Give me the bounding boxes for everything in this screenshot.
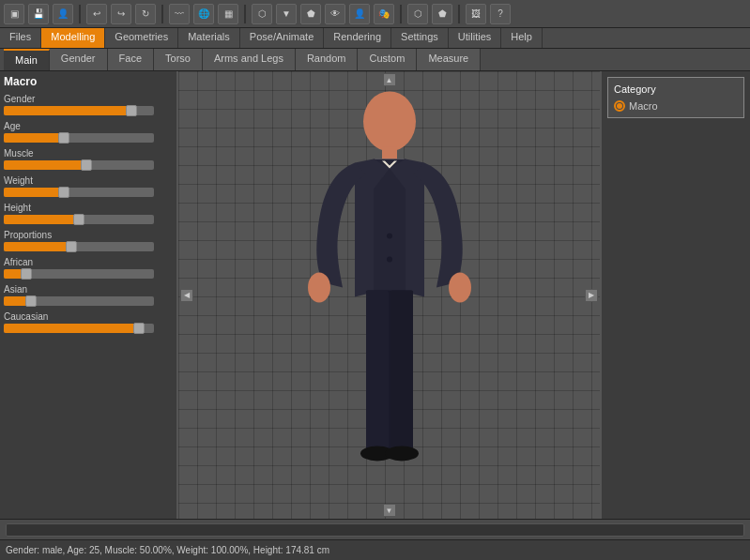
tool-icon-shape2[interactable]: ⬟ <box>432 4 452 24</box>
slider-group-height: Height <box>4 203 173 224</box>
tab-custom[interactable]: Custom <box>358 49 417 70</box>
sliders-container: GenderAgeMuscleWeightHeightProportionsAf… <box>4 94 173 333</box>
slider-group-asian: Asian <box>4 284 173 306</box>
grid-background: ◀ ▶ ▲ ▼ <box>178 71 600 519</box>
tool-icon-pose1[interactable]: ⬡ <box>252 4 272 24</box>
menu-help[interactable]: Help <box>501 28 543 48</box>
slider-thumb-gender[interactable] <box>126 105 137 116</box>
slider-thumb-caucasian[interactable] <box>133 323 145 334</box>
viewport-arrow-bottom[interactable]: ▼ <box>383 504 396 517</box>
menu-geometries[interactable]: Geometries <box>105 28 178 48</box>
radio-macro-label: Macro <box>629 100 658 112</box>
slider-track-height[interactable] <box>4 215 154 224</box>
main-area: Macro GenderAgeMuscleWeightHeightProport… <box>0 71 750 519</box>
slider-label-age: Age <box>4 121 173 131</box>
slider-fill-weight <box>4 188 64 197</box>
viewport-arrow-top[interactable]: ▲ <box>383 73 396 86</box>
tool-icon-window[interactable]: ▣ <box>4 4 24 24</box>
toolbar-separator-3 <box>244 5 246 23</box>
tool-icon-pose2[interactable]: ▼ <box>276 4 297 24</box>
tool-icon-mask[interactable]: 🎭 <box>374 4 394 24</box>
slider-thumb-weight[interactable] <box>58 187 69 198</box>
tab-face[interactable]: Face <box>108 49 154 70</box>
progress-bar <box>6 523 744 537</box>
svg-point-9 <box>308 272 330 302</box>
slider-group-age: Age <box>4 121 173 143</box>
toolbar-separator-2 <box>161 5 163 23</box>
slider-label-asian: Asian <box>4 284 173 295</box>
slider-fill-gender <box>4 106 131 115</box>
tool-icon-save[interactable]: 💾 <box>28 4 49 24</box>
menu-pose-animate[interactable]: Pose/Animate <box>240 28 324 48</box>
left-panel: Macro GenderAgeMuscleWeightHeightProport… <box>0 71 178 519</box>
toolbar-separator-5 <box>458 5 460 23</box>
category-title: Category <box>614 83 738 95</box>
slider-label-african: African <box>4 257 173 267</box>
slider-track-age[interactable] <box>4 133 154 143</box>
slider-track-asian[interactable] <box>4 296 154 306</box>
tab-measure[interactable]: Measure <box>417 49 481 70</box>
slider-thumb-asian[interactable] <box>25 295 37 307</box>
slider-fill-height <box>4 215 79 224</box>
viewport[interactable]: ◀ ▶ ▲ ▼ <box>178 71 600 519</box>
tool-icon-person1[interactable]: 👤 <box>349 4 370 24</box>
tool-icon-frame[interactable]: 🖼 <box>466 4 486 24</box>
slider-thumb-age[interactable] <box>58 132 69 144</box>
tab-arms-legs[interactable]: Arms and Legs <box>203 49 296 70</box>
svg-point-0 <box>363 91 416 151</box>
statusbar: Gender: male, Age: 25, Muscle: 50.00%, W… <box>0 539 750 560</box>
tool-icon-undo[interactable]: ↩ <box>86 4 107 24</box>
tab-gender[interactable]: Gender <box>50 49 108 70</box>
svg-rect-12 <box>366 290 389 449</box>
viewport-arrow-left[interactable]: ◀ <box>180 289 193 302</box>
slider-group-proportions: Proportions <box>4 230 173 251</box>
tool-icon-grid[interactable]: ▦ <box>218 4 238 24</box>
category-box: Category Macro <box>607 77 744 118</box>
svg-rect-13 <box>390 290 413 449</box>
menu-files[interactable]: Files <box>0 28 41 48</box>
slider-group-caucasian: Caucasian <box>4 311 173 333</box>
toolbar-separator-4 <box>400 5 402 23</box>
menu-modelling[interactable]: Modelling <box>41 28 105 48</box>
tool-icon-pose3[interactable]: ⬟ <box>300 4 321 24</box>
menu-rendering[interactable]: Rendering <box>324 28 391 48</box>
slider-group-gender: Gender <box>4 94 173 115</box>
tool-icon-redo[interactable]: ↪ <box>111 4 131 24</box>
tool-icon-help[interactable]: ? <box>490 4 511 24</box>
toolbar-separator-1 <box>79 5 81 23</box>
menu-materials[interactable]: Materials <box>178 28 240 48</box>
slider-track-caucasian[interactable] <box>4 324 154 333</box>
status-text: Gender: male, Age: 25, Muscle: 50.00%, W… <box>6 545 329 555</box>
slider-track-muscle[interactable] <box>4 160 154 170</box>
category-macro-option[interactable]: Macro <box>614 100 738 112</box>
toolbar: ▣ 💾 👤 ↩ ↪ ↻ 〰 🌐 ▦ ⬡ ▼ ⬟ 👁 👤 🎭 ⬡ ⬟ 🖼 ? <box>0 0 750 28</box>
tool-icon-figure[interactable]: 👤 <box>53 4 73 24</box>
tool-icon-refresh[interactable]: ↻ <box>135 4 156 24</box>
slider-label-proportions: Proportions <box>4 230 173 240</box>
radio-macro[interactable] <box>614 100 625 112</box>
tool-icon-shape1[interactable]: ⬡ <box>407 4 428 24</box>
slider-label-height: Height <box>4 203 173 213</box>
slider-track-weight[interactable] <box>4 188 154 197</box>
slider-fill-caucasian <box>4 324 139 333</box>
slider-track-proportions[interactable] <box>4 242 154 251</box>
slider-group-muscle: Muscle <box>4 148 173 170</box>
slider-track-african[interactable] <box>4 269 154 279</box>
slider-track-gender[interactable] <box>4 106 154 115</box>
menu-settings[interactable]: Settings <box>391 28 449 48</box>
menu-utilities[interactable]: Utilities <box>449 28 501 48</box>
slider-thumb-african[interactable] <box>21 268 32 280</box>
tool-icon-wave[interactable]: 〰 <box>169 4 190 24</box>
tool-icon-globe[interactable]: 🌐 <box>193 4 214 24</box>
tool-icon-eye[interactable]: 👁 <box>325 4 345 24</box>
tab-random[interactable]: Random <box>296 49 359 70</box>
slider-label-gender: Gender <box>4 94 173 104</box>
slider-thumb-height[interactable] <box>73 214 84 225</box>
svg-point-15 <box>385 446 419 461</box>
tab-main[interactable]: Main <box>4 49 50 70</box>
viewport-arrow-right[interactable]: ▶ <box>585 289 598 302</box>
slider-thumb-muscle[interactable] <box>81 159 92 171</box>
tab-torso[interactable]: Torso <box>154 49 203 70</box>
menubar: Files Modelling Geometries Materials Pos… <box>0 28 750 49</box>
slider-thumb-proportions[interactable] <box>66 241 77 252</box>
